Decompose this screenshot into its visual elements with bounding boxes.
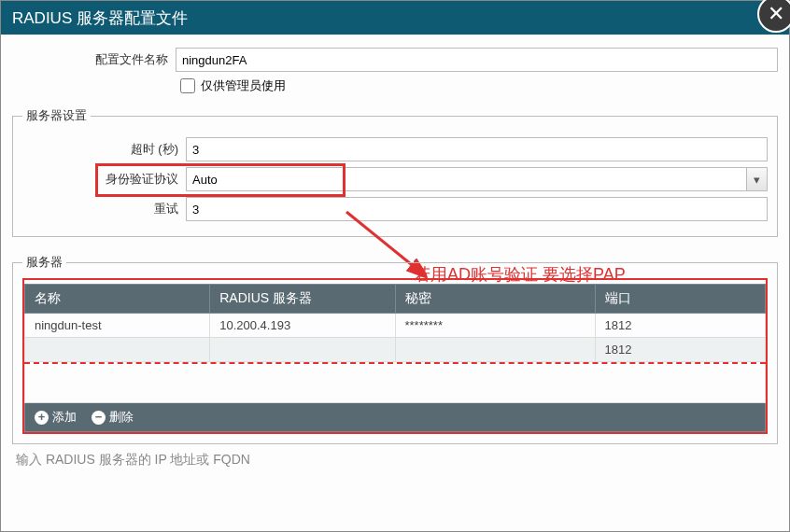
plus-icon: + — [35, 411, 49, 425]
retries-label: 重试 — [22, 201, 186, 217]
profile-name-row: 配置文件名称 — [12, 48, 778, 72]
cell-secret: ******** — [395, 314, 595, 338]
close-icon: ✕ — [768, 2, 784, 26]
minus-icon: − — [92, 411, 106, 425]
titlebar: RADIUS 服务器配置文件 ✕ — [1, 1, 789, 35]
cell-name — [25, 338, 210, 362]
table-row[interactable]: ningdun-test 10.200.4.193 ******** 1812 — [25, 314, 766, 338]
col-port[interactable]: 端口 — [595, 285, 765, 314]
chevron-down-icon[interactable]: ▾ — [747, 167, 768, 191]
table-row[interactable]: 1812 — [25, 338, 766, 362]
servers-container-highlight: 名称 RADIUS 服务器 秘密 端口 ningdun-test 10.200.… — [22, 278, 768, 434]
servers-fieldset: 服务器 名称 RADIUS 服务器 秘密 端口 ningdun-test — [12, 254, 778, 444]
window-title: RADIUS 服务器配置文件 — [12, 7, 188, 29]
cell-port: 1812 — [595, 314, 765, 338]
server-actions-bar: + 添加 − 删除 — [24, 403, 766, 432]
table-empty-area — [24, 364, 766, 403]
timeout-input[interactable] — [186, 137, 768, 161]
auth-proto-dropdown[interactable]: ▾ — [186, 167, 768, 191]
retries-row: 重试 — [22, 197, 768, 221]
server-settings-legend: 服务器设置 — [22, 107, 91, 124]
col-name[interactable]: 名称 — [25, 285, 210, 314]
add-label: 添加 — [52, 409, 77, 426]
cell-name: ningdun-test — [25, 314, 210, 338]
cell-server: 10.200.4.193 — [210, 314, 395, 338]
timeout-row: 超时 (秒) — [22, 137, 768, 161]
add-button[interactable]: + 添加 — [35, 409, 77, 426]
auth-proto-label: 身份验证协议 — [22, 171, 186, 188]
cell-port: 1812 — [595, 338, 765, 362]
profile-name-label: 配置文件名称 — [12, 51, 176, 68]
cell-server — [210, 338, 395, 362]
admin-only-checkbox[interactable] — [180, 78, 195, 93]
servers-legend: 服务器 — [22, 254, 66, 271]
col-secret[interactable]: 秘密 — [395, 285, 595, 314]
profile-name-input[interactable] — [176, 48, 778, 72]
server-settings-fieldset: 服务器设置 超时 (秒) 身份验证协议 ▾ 重试 — [12, 107, 778, 237]
servers-table: 名称 RADIUS 服务器 秘密 端口 ningdun-test 10.200.… — [24, 284, 766, 362]
delete-button[interactable]: − 删除 — [92, 409, 134, 426]
cell-secret — [395, 338, 595, 362]
timeout-label: 超时 (秒) — [22, 141, 186, 158]
dialog-content: 配置文件名称 仅供管理员使用 服务器设置 超时 (秒) 身份验证协议 ▾ 重试 — [1, 35, 789, 476]
auth-proto-input[interactable] — [186, 167, 747, 191]
retries-input[interactable] — [186, 197, 768, 221]
col-server[interactable]: RADIUS 服务器 — [210, 285, 395, 314]
dialog-window: RADIUS 服务器配置文件 ✕ 配置文件名称 仅供管理员使用 服务器设置 超时… — [0, 0, 790, 532]
admin-only-label: 仅供管理员使用 — [201, 77, 286, 94]
admin-only-row: 仅供管理员使用 — [180, 77, 778, 94]
auth-proto-row: 身份验证协议 ▾ — [22, 167, 768, 191]
close-button[interactable]: ✕ — [757, 0, 790, 33]
delete-label: 删除 — [109, 409, 134, 426]
status-hint: 输入 RADIUS 服务器的 IP 地址或 FQDN — [12, 444, 778, 469]
servers-header-row: 名称 RADIUS 服务器 秘密 端口 — [25, 285, 766, 314]
